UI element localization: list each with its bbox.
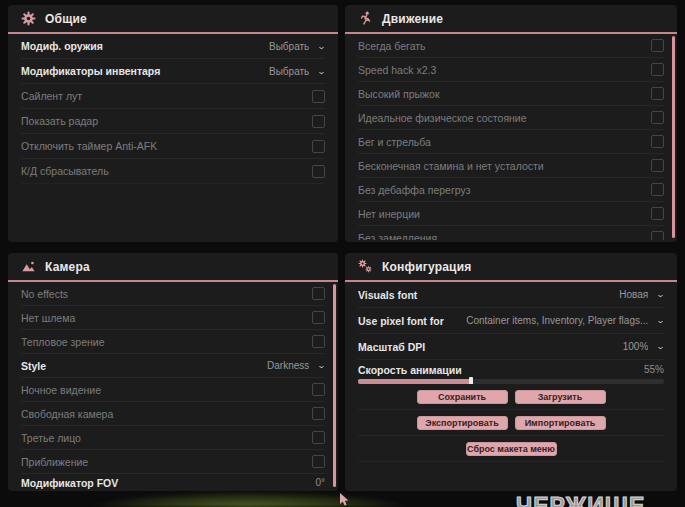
panel-title: Конфигурация	[382, 260, 471, 274]
checkbox[interactable]	[651, 159, 664, 172]
row-label: Всегда бегать	[358, 40, 426, 52]
row-label: Ночное видение	[21, 384, 101, 396]
dropdown-value: Darkness	[267, 360, 309, 371]
row-label: Style	[21, 360, 46, 372]
row-label: Нет инерции	[358, 208, 420, 220]
row-label: Высокий прыжок	[358, 88, 440, 100]
checkbox[interactable]	[312, 383, 325, 396]
row-checkbox: No effects	[21, 282, 325, 306]
checkbox[interactable]	[312, 311, 325, 324]
scrollbar[interactable]	[333, 284, 336, 487]
row-checkbox: Speed hack x2.3	[358, 58, 664, 82]
chevron-down-icon: ⌄	[317, 67, 326, 76]
export-button[interactable]: Экспортировать	[417, 416, 508, 430]
chevron-down-icon: ⌄	[317, 42, 326, 51]
dropdown-select[interactable]: Container items, Inventory, Player flags…	[466, 315, 664, 326]
row-dropdown: Модиф. оружияВыбрать⌄	[21, 34, 325, 59]
row-label: Показать радар	[21, 115, 98, 127]
row-checkbox: Высокий прыжок	[358, 82, 664, 106]
row-checkbox: Нет шлема	[21, 306, 325, 330]
config-buttons-row-1: СохранитьЗагрузить	[358, 384, 664, 410]
checkbox[interactable]	[651, 135, 664, 148]
panel-config: Конфигурация Visuals fontНовая⌄Use pixel…	[345, 253, 677, 491]
row-checkbox: Нет инерции	[358, 202, 664, 226]
slider-handle[interactable]	[469, 377, 473, 385]
row-label: Приближение	[21, 456, 88, 468]
checkbox[interactable]	[312, 165, 325, 178]
row-label: Модиф. оружия	[21, 40, 103, 52]
row-label: Идеальное физическое состояние	[358, 112, 527, 124]
dropdown-select[interactable]: 100%⌄	[623, 341, 664, 352]
checkbox[interactable]	[312, 455, 325, 468]
row-checkbox: Бесконечная стамина и нет усталости	[358, 154, 664, 178]
panel-config-rows: Visuals fontНовая⌄Use pixel font forCont…	[345, 282, 677, 384]
panel-movement: Движение Всегда бегатьSpeed hack x2.3Выс…	[345, 5, 677, 242]
checkbox[interactable]	[651, 87, 664, 100]
checkbox[interactable]	[651, 111, 664, 124]
row-checkbox: Отключить таймер Anti-AFK	[21, 134, 325, 159]
config-buttons: СохранитьЗагрузить ЭкспортироватьИмпорти…	[358, 384, 664, 462]
chevron-down-icon: ⌄	[656, 290, 665, 299]
row-checkbox: Тепловое зрение	[21, 330, 325, 354]
panel-movement-header: Движение	[345, 5, 677, 34]
save-button[interactable]: Сохранить	[417, 390, 508, 404]
checkbox[interactable]	[651, 231, 664, 240]
slider[interactable]	[358, 379, 664, 384]
checkbox[interactable]	[651, 63, 664, 76]
slider-caption: Модификатор FOV0°	[21, 477, 325, 489]
panel-title: Общие	[45, 12, 87, 26]
row-label: Масштаб DPI	[358, 341, 425, 353]
reset-menu-layout-button[interactable]: Сброс макета меню	[466, 442, 557, 456]
row-checkbox: К/Д сбрасыватель	[21, 159, 325, 184]
import-button[interactable]: Импортировать	[515, 416, 606, 430]
dropdown-select[interactable]: Выбрать⌄	[269, 66, 325, 77]
panel-general: Общие Модиф. оружияВыбрать⌄Модификаторы …	[8, 5, 338, 242]
row-checkbox: Сайлент лут	[21, 84, 325, 109]
checkbox[interactable]	[651, 207, 664, 220]
checkbox[interactable]	[312, 115, 325, 128]
row-label: К/Д сбрасыватель	[21, 165, 109, 177]
dropdown-value: Выбрать	[269, 66, 309, 77]
row-label: Без замедления	[358, 232, 437, 241]
row-slider: Скорость анимации55%	[358, 360, 664, 384]
dropdown-select[interactable]: Darkness⌄	[267, 360, 325, 371]
panel-general-rows: Модиф. оружияВыбрать⌄Модификаторы инвент…	[8, 34, 338, 240]
panel-config-header: Конфигурация	[345, 253, 677, 282]
row-checkbox: Бег и стрельба	[358, 130, 664, 154]
checkbox[interactable]	[312, 407, 325, 420]
row-label: Без дебаффа перегруз	[358, 184, 471, 196]
row-label: Отключить таймер Anti-AFK	[21, 140, 157, 152]
row-label: Модификаторы инвентаря	[21, 65, 160, 77]
checkbox[interactable]	[312, 335, 325, 348]
checkbox[interactable]	[312, 431, 325, 444]
row-dropdown: Модификаторы инвентаряВыбрать⌄	[21, 59, 325, 84]
dropdown-value: Container items, Inventory, Player flags…	[466, 315, 648, 326]
load-button[interactable]: Загрузить	[515, 390, 606, 404]
row-label: No effects	[21, 288, 68, 300]
panel-general-header: Общие	[8, 5, 338, 34]
row-checkbox: Всегда бегать	[358, 34, 664, 58]
image-icon	[21, 259, 36, 274]
row-label: Модификатор FOV	[21, 477, 118, 489]
row-label: Visuals font	[358, 289, 417, 301]
row-label: Сайлент лут	[21, 90, 82, 102]
dropdown-value: 100%	[623, 341, 649, 352]
dropdown-value: Выбрать	[269, 41, 309, 52]
row-label: Бесконечная стамина и нет усталости	[358, 160, 544, 172]
checkbox[interactable]	[651, 183, 664, 196]
gear-flower-icon	[21, 11, 36, 26]
slider-caption: Скорость анимации55%	[358, 364, 664, 376]
checkbox[interactable]	[312, 140, 325, 153]
row-label: Третье лицо	[21, 432, 81, 444]
checkbox[interactable]	[651, 39, 664, 52]
checkbox[interactable]	[312, 90, 325, 103]
chevron-down-icon: ⌄	[656, 342, 665, 351]
panel-title: Камера	[45, 260, 90, 274]
dropdown-select[interactable]: Выбрать⌄	[269, 41, 325, 52]
checkbox[interactable]	[312, 287, 325, 300]
row-dropdown: Visuals fontНовая⌄	[358, 282, 664, 308]
dropdown-select[interactable]: Новая⌄	[619, 289, 664, 300]
row-slider: Модификатор FOV0°	[21, 474, 325, 489]
runner-icon	[358, 11, 373, 26]
scrollbar[interactable]	[672, 36, 675, 238]
